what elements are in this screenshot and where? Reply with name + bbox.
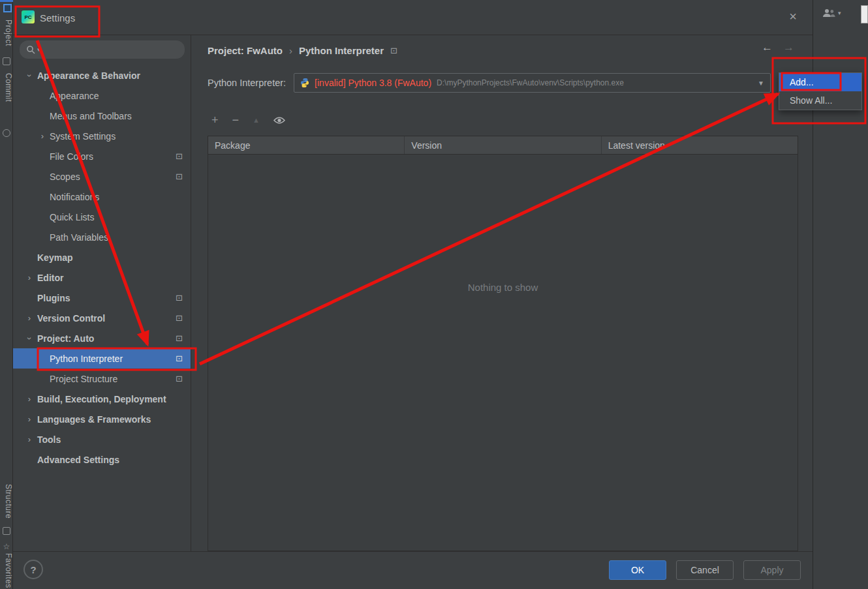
empty-table-message: Nothing to show — [208, 282, 798, 293]
tree-item-label: Project Structure — [50, 374, 117, 384]
interpreter-select[interactable]: [invalid] Python 3.8 (FwAuto) D:\myPytho… — [294, 73, 771, 93]
back-arrow-icon[interactable]: ← — [762, 41, 773, 54]
tree-item-label: Appearance & Behavior — [37, 70, 140, 81]
tree-item-label: Advanced Settings — [37, 455, 119, 465]
tree-item-label: Build, Execution, Deployment — [37, 394, 166, 404]
tree-item-python-interpreter[interactable]: Python Interpreter ⊡ — [13, 348, 191, 369]
packages-table-header: Package Version Latest version — [208, 136, 798, 155]
chevron-right-icon[interactable]: › — [25, 314, 33, 322]
chevron-right-icon[interactable]: › — [25, 274, 33, 282]
tree-item-label: Quick Lists — [50, 212, 94, 222]
monitor-icon: ⊡ — [176, 151, 183, 161]
interpreter-row: Python Interpreter: [invalid] Python 3.8… — [208, 73, 771, 93]
tree-item-menus-toolbars[interactable]: Menus and Toolbars — [13, 106, 191, 126]
users-icon — [822, 8, 835, 18]
settings-dialog: PC Settings × ▾ › Appearance & Behavior … — [13, 0, 813, 589]
tool-button-project[interactable]: Project — [0, 20, 13, 46]
tree-item-path-variables[interactable]: Path Variables — [13, 227, 191, 247]
menu-item-show-all[interactable]: Show All... — [779, 91, 861, 110]
tree-item-version-control[interactable]: › Version Control ⊡ — [13, 308, 191, 328]
breadcrumb-page: Python Interpreter — [299, 45, 384, 56]
tree-item-build-execution-deployment[interactable]: › Build, Execution, Deployment — [13, 389, 191, 409]
monitor-icon: ⊡ — [176, 313, 183, 323]
column-header-version[interactable]: Version — [405, 136, 601, 154]
tree-item-label: Menus and Toolbars — [50, 111, 132, 121]
tree-item-file-colors[interactable]: File Colors ⊡ — [13, 146, 191, 166]
tree-item-label: Python Interpreter — [50, 354, 123, 364]
apply-button[interactable]: Apply — [743, 560, 801, 580]
tree-item-languages-frameworks[interactable]: › Languages & Frameworks — [13, 409, 191, 429]
chevron-right-icon[interactable]: › — [39, 132, 46, 140]
tree-item-editor[interactable]: › Editor — [13, 267, 191, 288]
interpreter-dropdown-menu: Add... Show All... — [779, 72, 862, 110]
python-icon — [300, 78, 310, 88]
tree-item-label: Appearance — [50, 91, 99, 101]
column-header-package[interactable]: Package — [208, 136, 405, 154]
project-tool-icon[interactable] — [3, 57, 10, 65]
remove-package-icon[interactable]: − — [232, 114, 240, 126]
tree-item-appearance[interactable]: Appearance — [13, 85, 191, 106]
ok-button[interactable]: OK — [609, 560, 666, 580]
chevron-down-icon[interactable]: › — [25, 72, 33, 80]
tree-item-label: Languages & Frameworks — [37, 414, 151, 425]
tree-item-label: Plugins — [37, 293, 70, 303]
tree-item-label: System Settings — [50, 131, 116, 142]
tool-button-structure[interactable]: Structure — [0, 484, 13, 519]
chevron-down-icon[interactable]: ▼ — [758, 80, 764, 87]
tool-button-commit[interactable]: Commit — [0, 73, 13, 102]
column-header-latest-version[interactable]: Latest version — [602, 136, 798, 154]
chevron-down-icon[interactable]: › — [25, 335, 33, 342]
menu-item-add[interactable]: Add... — [779, 73, 861, 91]
tree-item-label: Project: Auto — [37, 333, 94, 344]
favorites-star-icon[interactable]: ☆ — [3, 543, 10, 551]
settings-main-panel: Project: FwAuto › Python Interpreter ⊡ ←… — [192, 35, 813, 551]
upgrade-package-icon[interactable]: ▲ — [253, 116, 260, 124]
search-caret-icon: ▾ — [37, 46, 40, 53]
pycharm-settings-window: { "window": { "title": "Settings", "app_… — [0, 0, 868, 589]
breadcrumb-project[interactable]: Project: FwAuto — [208, 45, 283, 56]
structure-tool-icon[interactable] — [3, 527, 10, 535]
breadcrumb-separator-icon: › — [289, 45, 292, 56]
monitor-icon: ⊡ — [176, 293, 183, 303]
tree-item-advanced-settings[interactable]: Advanced Settings — [13, 449, 191, 470]
chevron-right-icon[interactable]: › — [25, 415, 33, 423]
add-package-icon[interactable]: + — [211, 114, 219, 126]
user-account-widget[interactable]: ▾ — [822, 8, 841, 18]
footer-buttons: OK Cancel Apply — [609, 560, 801, 580]
forward-arrow-icon[interactable]: → — [783, 41, 794, 54]
cancel-button[interactable]: Cancel — [676, 560, 734, 580]
tree-item-label: Notifications — [50, 192, 99, 202]
tree-item-tools[interactable]: › Tools — [13, 429, 191, 449]
search-icon — [26, 45, 35, 54]
tree-item-system-settings[interactable]: › System Settings — [13, 126, 191, 146]
tree-item-project-auto[interactable]: › Project: Auto ⊡ — [13, 328, 191, 348]
pycharm-icon: PC — [22, 10, 35, 23]
clipped-corner-panel — [861, 5, 868, 23]
tree-item-plugins[interactable]: Plugins ⊡ — [13, 288, 191, 308]
tree-item-notifications[interactable]: Notifications — [13, 187, 191, 207]
search-input[interactable]: ▾ — [20, 40, 185, 59]
interpreter-path: D:\myPythonProjects\FwAuto\venv\Scripts\… — [437, 78, 624, 87]
tree-item-scopes[interactable]: Scopes ⊡ — [13, 166, 191, 187]
dialog-footer: ? OK Cancel Apply — [13, 551, 813, 589]
tree-item-appearance-behavior[interactable]: › Appearance & Behavior — [13, 65, 191, 85]
tree-item-project-structure[interactable]: Project Structure ⊡ — [13, 369, 191, 389]
tree-item-label: Editor — [37, 273, 63, 283]
close-icon[interactable]: × — [789, 10, 797, 23]
tree-item-keymap[interactable]: Keymap — [13, 247, 191, 267]
chevron-right-icon[interactable]: › — [25, 395, 33, 403]
tool-button-favorites[interactable]: Favorites — [0, 553, 13, 588]
tree-item-label: Tools — [37, 434, 61, 445]
settings-tree: › Appearance & Behavior Appearance Menus… — [13, 65, 191, 551]
monitor-icon: ⊡ — [176, 172, 183, 181]
monitor-icon: ⊡ — [176, 354, 183, 363]
commit-tool-icon[interactable] — [3, 129, 10, 137]
tree-item-label: Path Variables — [50, 232, 108, 243]
history-nav: ← → — [762, 41, 794, 54]
tree-item-quick-lists[interactable]: Quick Lists — [13, 207, 191, 227]
show-early-releases-icon[interactable] — [273, 116, 285, 125]
dialog-titlebar: PC Settings × — [13, 0, 813, 35]
chevron-right-icon[interactable]: › — [25, 436, 33, 444]
help-button[interactable]: ? — [23, 560, 43, 579]
packages-table: Package Version Latest version Nothing t… — [208, 136, 798, 551]
